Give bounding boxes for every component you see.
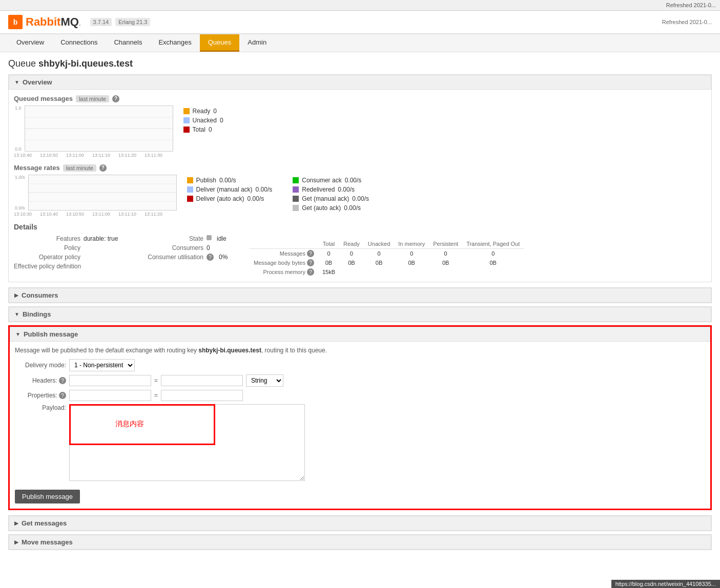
- publish-section-header[interactable]: ▼ Publish message: [10, 327, 710, 342]
- messages-table-area: Total Ready Unacked In memory Persistent…: [250, 235, 524, 277]
- col-empty: [250, 239, 318, 249]
- rates-chart-svg: [29, 175, 176, 210]
- body-unacked: 0B: [364, 258, 394, 267]
- overview-content: Queued messages last minute ? 1.0 0.0: [9, 90, 711, 282]
- queued-y-axis: 1.0 0.0: [14, 106, 23, 152]
- process-help[interactable]: ?: [307, 268, 314, 276]
- redelivered-value: 0.00/s: [338, 186, 355, 193]
- col-persistent: Persistent: [429, 239, 462, 249]
- consumers-label: Consumers: [22, 291, 58, 299]
- body-bytes-label: Message body bytes ?: [250, 258, 318, 267]
- rates-y-axis: 1.0/s 0.0/s: [14, 175, 26, 211]
- properties-help-icon[interactable]: ?: [59, 392, 66, 399]
- details-mid-col: State idle Consumers 0 Consumer utilisat…: [137, 235, 239, 277]
- properties-label: Properties: ?: [15, 392, 66, 400]
- nav-queues[interactable]: Queues: [200, 34, 240, 52]
- bindings-header[interactable]: ▼ Bindings: [9, 307, 711, 322]
- headers-value-input[interactable]: [161, 375, 243, 386]
- headers-help-icon[interactable]: ?: [59, 377, 66, 384]
- legend-deliver-manual: Deliver (manual ack) 0.00/s: [187, 186, 273, 193]
- legend-unacked: Unacked 0: [183, 117, 235, 124]
- nav-channels[interactable]: Channels: [106, 34, 150, 52]
- bindings-section: ▼ Bindings: [8, 306, 712, 322]
- delivery-mode-select[interactable]: 1 - Non-persistent 2 - Persistent: [69, 359, 135, 371]
- policy-label: Policy: [14, 244, 80, 251]
- col-ready: Ready: [339, 239, 364, 249]
- main-nav: Overview Connections Channels Exchanges …: [0, 34, 720, 52]
- ready-dot: [183, 108, 190, 114]
- move-messages-label: Move messages: [22, 538, 73, 546]
- consumers-label: Consumers: [137, 244, 203, 251]
- consumer-util-help[interactable]: ?: [207, 254, 214, 261]
- get-auto-dot: [293, 205, 299, 211]
- rates-help-icon[interactable]: ?: [99, 164, 107, 172]
- queued-messages-label: Queued messages last minute ?: [14, 95, 706, 102]
- details-title: Details: [14, 223, 706, 231]
- msg-unacked: 0: [364, 249, 394, 259]
- rates-chart-labels: 13:10:3013:10:4013:10:5013:11:0013:11:10…: [14, 211, 162, 218]
- refreshed-text: Refreshed 2021-0...: [666, 2, 716, 8]
- body-persistent: 0B: [429, 258, 462, 267]
- process-memory-value: 15kB: [318, 267, 339, 277]
- queued-chart-wrapper: 1.0 0.0: [14, 106, 173, 152]
- payload-row: Payload: 消息内容: [15, 404, 705, 482]
- routing-key: shbykj-bi.queues.test: [198, 347, 261, 354]
- queued-help-icon[interactable]: ?: [112, 95, 119, 102]
- rates-time-badge: last minute: [63, 164, 96, 172]
- publish-header-label: Publish message: [24, 330, 78, 338]
- message-rates-label: Message rates last minute ?: [14, 164, 706, 172]
- consumer-util-value: 0%: [219, 254, 228, 261]
- unacked-dot: [183, 117, 190, 123]
- consumer-ack-label: Consumer ack: [302, 177, 341, 184]
- legend-consumer-ack: Consumer ack 0.00/s: [293, 177, 369, 184]
- move-messages-header[interactable]: ▶ Move messages: [9, 535, 711, 550]
- operator-policy-row: Operator policy: [14, 254, 127, 261]
- queued-stats-row: 1.0 0.0 13:10:4013:10:5013:11:00: [14, 106, 706, 159]
- nav-exchanges[interactable]: Exchanges: [150, 34, 199, 52]
- nav-connections[interactable]: Connections: [52, 34, 106, 52]
- headers-type-select[interactable]: String Base64: [246, 374, 283, 387]
- publish-message-button[interactable]: Publish message: [15, 490, 80, 503]
- payload-textarea[interactable]: [69, 404, 305, 481]
- effective-policy-label: Effective policy definition: [14, 263, 81, 270]
- get-messages-header[interactable]: ▶ Get messages: [9, 516, 711, 531]
- deliver-auto-label: Deliver (auto ack): [196, 195, 244, 202]
- rates-stats-row: 1.0/s 0.0/s 13:10:3013:10:4013:1: [14, 175, 706, 218]
- consumer-ack-value: 0.00/s: [345, 177, 362, 184]
- legend-total: Total 0: [183, 126, 235, 133]
- details-area: Features durable: true Policy Operator p…: [14, 235, 706, 277]
- msg-in-memory: 0: [394, 249, 429, 259]
- move-messages-section: ▶ Move messages: [8, 534, 712, 550]
- overview-header-label: Overview: [23, 78, 52, 86]
- headers-key-input[interactable]: [69, 375, 151, 386]
- properties-value-input[interactable]: [161, 390, 243, 401]
- msg-total: 0: [318, 249, 339, 259]
- queued-legend: Ready 0 Unacked 0 Total 0: [183, 106, 235, 133]
- nav-overview[interactable]: Overview: [8, 34, 52, 52]
- rates-chart-col: 1.0/s 0.0/s 13:10:3013:10:4013:1: [14, 175, 177, 218]
- body-help[interactable]: ?: [307, 259, 314, 266]
- deliver-auto-dot: [187, 196, 193, 202]
- properties-key-input[interactable]: [69, 390, 151, 401]
- msg-ready: 0: [339, 249, 364, 259]
- app-header: b RabbitMQ. 3.7.14 Erlang 21.3 Refreshed…: [0, 11, 720, 34]
- publish-section: ▼ Publish message Message will be publis…: [8, 325, 712, 510]
- nav-admin[interactable]: Admin: [239, 34, 275, 52]
- features-value: durable: true: [84, 235, 118, 242]
- redelivered-dot: [293, 186, 299, 193]
- consumers-header[interactable]: ▶ Consumers: [9, 288, 711, 303]
- publish-arrow: ▼: [15, 331, 20, 337]
- state-row: State idle: [137, 235, 239, 242]
- policy-row: Policy: [14, 244, 127, 251]
- messages-row-label: Messages ?: [250, 249, 318, 259]
- body-bytes-row: Message body bytes ? 0B 0B 0B 0B 0B 0B: [250, 258, 524, 267]
- overview-section-header[interactable]: ▼ Overview: [9, 75, 711, 90]
- consumer-util-label: Consumer utilisation: [137, 254, 203, 261]
- rates-left-legend: Publish 0.00/s Deliver (manual ack) 0.00…: [187, 175, 273, 202]
- body-in-memory: 0B: [394, 258, 429, 267]
- details-left-col: Features durable: true Policy Operator p…: [14, 235, 127, 277]
- legend-redelivered: Redelivered 0.00/s: [293, 186, 369, 193]
- messages-help[interactable]: ?: [307, 250, 314, 257]
- process-memory-row: Process memory ? 15kB: [250, 267, 524, 277]
- process-memory-empty: [339, 267, 524, 277]
